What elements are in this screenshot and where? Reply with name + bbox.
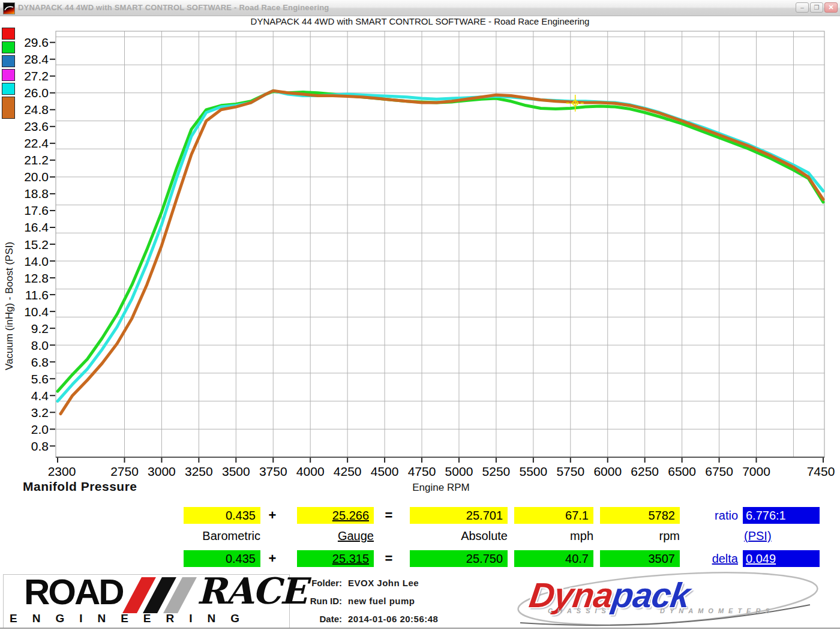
dynapack-dynamometers-text: DYNAMOMETERS [660,607,775,614]
window-bottom-edge [0,628,840,629]
roadrace-engineering-text: ENGINEERING [10,612,290,625]
date-label: Date: [294,614,342,624]
close-button[interactable]: ✕ [824,2,838,13]
x-tick-label: 4500 [371,464,399,478]
barometric-value-ref: 0.435 [184,550,260,567]
y-tick-label: 9.2 [31,322,49,335]
x-tick-label: 4750 [408,464,436,478]
x-tick-label: 5000 [445,464,473,478]
plus-sign-ref: + [260,550,284,567]
y-tick-label: 8.0 [31,338,49,352]
delta-value: 0.049 [743,550,820,567]
y-tick-label: 10.4 [24,305,49,319]
barometric-label: Barometric [184,528,260,544]
y-tick-label: 29.6 [24,35,49,49]
roadrace-logo: ROAD RACE ENGINEERING [3,574,290,628]
y-tick-label: 6.8 [31,355,49,369]
ratio-label: ratio [690,508,738,523]
x-tick-label: 4250 [334,464,362,478]
absolute-value-cursor: 25.701 [410,507,508,524]
delta-label[interactable]: delta [690,551,738,566]
y-tick-label: 18.8 [24,187,49,200]
rpm-label: rpm [600,528,680,544]
gauge-value-cursor[interactable]: 25.266 [297,507,374,524]
application-window: DYNAPACK 44 4WD with SMART CONTROL SOFTW… [0,0,840,630]
x-tick-label: 7000 [742,464,770,478]
rpm-value-cursor: 5782 [600,507,680,524]
rpm-value-ref: 3507 [600,550,680,567]
folder-value: EVOX John Lee [348,578,419,588]
y-tick-label: 20.0 [24,170,49,184]
date-value: 2014-01-06 20:56:48 [348,614,438,624]
restore-button[interactable]: ❐ [810,2,823,13]
y-tick-label: 12.8 [24,271,49,285]
y-tick-label: 23.6 [24,119,49,133]
y-tick-label: 2.0 [31,422,49,436]
y-tick-label: 0.8 [31,439,49,453]
y-tick-label: 3.2 [31,406,49,419]
y-tick-label: 22.4 [24,136,49,150]
absolute-label: Absolute [410,528,508,544]
y-tick-label: 17.6 [24,203,49,217]
plot-frame [56,31,824,457]
x-tick-label: 3000 [148,464,176,478]
equals-sign-ref: = [377,550,401,567]
x-tick-label: 5750 [556,464,584,478]
app-icon [3,2,15,14]
mph-value-ref: 40.7 [514,550,593,567]
mph-value-cursor: 67.1 [514,507,593,524]
y-tick-label: 27.2 [24,69,49,83]
y-tick-label: 21.2 [24,153,49,167]
chart-title: DYNAPACK 44 4WD with SMART CONTROL SOFTW… [0,16,840,26]
manifold-pressure-label: Manifold Pressure [23,479,137,494]
x-tick-label: 3750 [259,464,287,478]
y-tick-label: 4.4 [31,389,49,403]
title-bar: DYNAPACK 44 4WD with SMART CONTROL SOFTW… [0,0,840,16]
plot-area[interactable]: 29.628.427.226.024.823.622.421.220.018.8… [0,28,840,484]
x-tick-label: 3250 [185,464,213,478]
y-tick-label: 5.6 [31,372,49,386]
equals-sign: = [377,507,401,524]
folder-label: Folder: [294,578,342,588]
x-tick-label: 3500 [222,464,250,478]
y-tick-label: 16.4 [24,220,49,234]
run-cyan-line[interactable] [58,91,823,401]
y-tick-label: 15.2 [24,238,49,251]
window-title: DYNAPACK 44 4WD with SMART CONTROL SOFTW… [18,3,329,12]
roadrace-word-road: ROAD [24,571,123,613]
y-tick-label: 24.8 [24,103,49,116]
psi-link[interactable]: (PSI) [744,528,792,544]
x-tick-label: 6500 [668,464,696,478]
ratio-value: 6.776:1 [743,507,820,524]
x-tick-label: 2300 [48,464,76,478]
plus-sign: + [260,507,284,524]
y-tick-label: 11.6 [25,288,49,302]
x-tick-label: 2750 [110,464,139,478]
dynapack-chassis-text: CHASSIS [548,607,611,614]
y-tick-label: 28.4 [24,52,49,66]
dynapack-logo: Dynapack CHASSIS DYNAMOMETERS [513,570,822,630]
run-green-line[interactable] [58,91,823,391]
x-tick-label: 4000 [296,464,325,478]
x-tick-label: 6250 [631,464,659,478]
x-tick-label: 6750 [705,464,733,478]
barometric-value-cursor: 0.435 [184,507,260,524]
roadrace-word-race: RACE [197,570,306,612]
x-tick-label: 7450 [807,464,835,478]
y-tick-label: 26.0 [24,86,49,100]
x-tick-label: 5250 [482,464,511,478]
minimize-button[interactable]: – [796,2,809,13]
x-tick-label: 5500 [519,464,547,478]
y-axis-title: Vacuum (inHg) - Boost (PSI) [4,192,16,420]
mph-label: mph [514,528,593,544]
gauge-label[interactable]: Gauge [297,528,374,544]
run-orange-line[interactable] [61,91,823,413]
runid-label: Run ID: [294,596,342,606]
x-tick-label: 6000 [593,464,622,478]
x-axis-title: Engine RPM [360,482,522,494]
absolute-value-ref: 25.750 [410,550,508,567]
gauge-value-ref[interactable]: 25.315 [297,550,374,567]
y-tick-label: 14.0 [24,254,49,268]
runid-value: new fuel pump [348,596,415,606]
